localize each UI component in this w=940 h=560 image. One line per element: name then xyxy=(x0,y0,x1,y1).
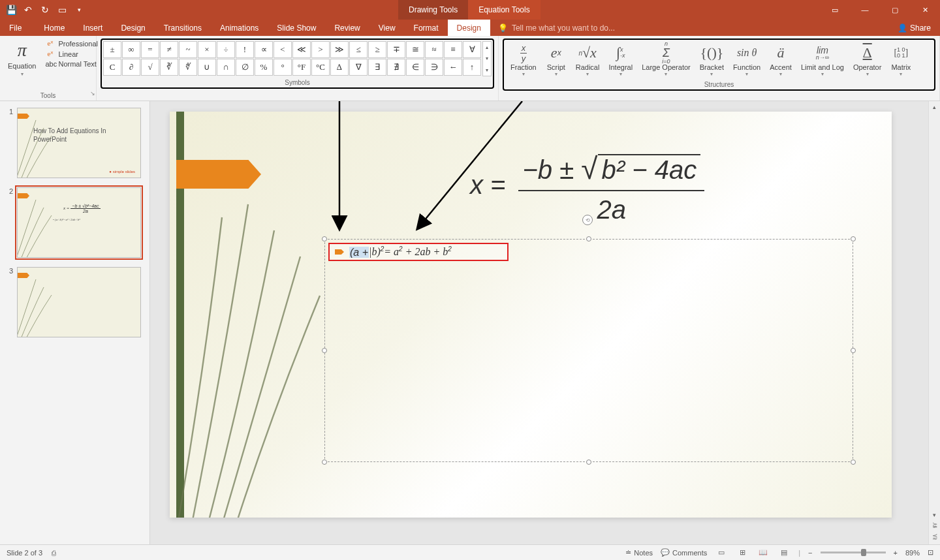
symbol-button[interactable]: ≫ xyxy=(330,41,349,58)
symbol-button[interactable]: ∀ xyxy=(463,41,481,58)
symbol-button[interactable]: ∇ xyxy=(349,59,368,76)
symbol-button[interactable]: ÷ xyxy=(217,41,235,58)
integral-button[interactable]: ∫x-x Integral ▾ xyxy=(604,41,636,78)
next-slide-icon[interactable]: ⪷ xyxy=(932,533,937,544)
symbol-button[interactable]: ! xyxy=(236,41,254,58)
matrix-button[interactable]: [1 00 1] Matrix ▾ xyxy=(886,41,915,78)
resize-handle[interactable] xyxy=(322,459,327,465)
equation-button[interactable]: π Equation ▾ xyxy=(4,39,40,78)
bracket-button[interactable]: {()} Bracket ▾ xyxy=(696,41,728,78)
zoom-percent[interactable]: 89% xyxy=(905,549,920,557)
symbol-button[interactable]: < xyxy=(274,41,292,58)
symbols-gallery-more[interactable]: ▴▾▾ xyxy=(482,41,492,76)
script-button[interactable]: ex Script ▾ xyxy=(542,41,571,78)
accent-button[interactable]: ä Accent ▾ xyxy=(766,41,796,78)
symbol-button[interactable]: = xyxy=(141,41,159,58)
symbol-button[interactable]: ← xyxy=(444,59,462,76)
symbol-button[interactable]: ≡ xyxy=(444,41,462,58)
ribbon-options-icon[interactable]: ▭ xyxy=(820,0,850,20)
minimize-button[interactable]: — xyxy=(850,0,880,20)
fit-to-window-icon[interactable]: ⊡ xyxy=(928,548,933,557)
notes-button[interactable]: ≐Notes xyxy=(625,548,653,557)
tab-review[interactable]: Review xyxy=(325,20,369,36)
symbol-button[interactable]: C xyxy=(103,59,121,76)
resize-handle[interactable] xyxy=(586,236,591,241)
start-slideshow-icon[interactable]: ▭ xyxy=(56,4,68,16)
radical-button[interactable]: n√x Radical ▾ xyxy=(572,41,604,78)
resize-handle[interactable] xyxy=(851,459,856,465)
symbol-button[interactable]: > xyxy=(311,41,330,58)
symbol-button[interactable]: ≥ xyxy=(368,41,386,58)
operator-button[interactable]: Δ Operator ▾ xyxy=(849,41,885,78)
tab-equation-design[interactable]: Design xyxy=(448,20,490,36)
normal-text-button[interactable]: abc Normal Text xyxy=(44,59,99,69)
symbol-button[interactable]: ≪ xyxy=(292,41,311,58)
symbol-button[interactable]: ∋ xyxy=(425,59,443,76)
symbol-button[interactable]: ≅ xyxy=(406,41,424,58)
symbol-button[interactable]: ≈ xyxy=(425,41,443,58)
symbol-button[interactable]: °C xyxy=(311,59,330,76)
symbol-button[interactable]: °F xyxy=(292,59,311,76)
tab-design[interactable]: Design xyxy=(112,20,154,36)
resize-handle[interactable] xyxy=(322,236,327,241)
close-button[interactable]: ✕ xyxy=(910,0,940,20)
tab-view[interactable]: View xyxy=(369,20,405,36)
save-icon[interactable]: 💾 xyxy=(5,4,17,16)
symbol-button[interactable]: ∛ xyxy=(160,59,178,76)
rotation-handle[interactable]: ⟲ xyxy=(582,215,593,225)
symbol-button[interactable]: ∆ xyxy=(330,59,349,76)
limit-log-button[interactable]: limn→∞ Limit and Log ▾ xyxy=(797,41,848,78)
redo-icon[interactable]: ↻ xyxy=(39,4,51,16)
reading-view-icon[interactable]: 📖 xyxy=(757,548,770,558)
slide-thumbnail-3[interactable] xyxy=(17,267,141,337)
normal-view-icon[interactable]: ▭ xyxy=(715,548,728,558)
slide-thumbnail-1[interactable]: How To Add Equations In PowerPoint ● sim… xyxy=(17,108,141,178)
symbol-button[interactable]: ∈ xyxy=(406,59,424,76)
symbol-button[interactable]: ≤ xyxy=(349,41,368,58)
fraction-button[interactable]: xy Fraction ▾ xyxy=(507,41,540,78)
symbol-button[interactable]: ∜ xyxy=(179,59,197,76)
binomial-equation-text[interactable]: (a +|b)2= a2 + 2ab + b2 xyxy=(349,245,452,258)
symbol-button[interactable]: ∂ xyxy=(122,59,140,76)
prev-slide-icon[interactable]: ⪶ xyxy=(932,521,937,533)
comments-button[interactable]: 💬Comments xyxy=(661,548,707,557)
tab-transitions[interactable]: Transitions xyxy=(155,20,211,36)
symbol-button[interactable]: ∓ xyxy=(387,41,405,58)
equation-textbox[interactable] xyxy=(324,239,853,462)
equation-tools-tab[interactable]: Equation Tools xyxy=(468,0,540,20)
resize-handle[interactable] xyxy=(586,459,591,465)
resize-handle[interactable] xyxy=(322,348,327,353)
zoom-out-button[interactable]: − xyxy=(808,549,812,557)
symbol-button[interactable]: ↑ xyxy=(463,59,481,76)
symbol-button[interactable]: ∝ xyxy=(255,41,273,58)
symbol-button[interactable]: × xyxy=(198,41,216,58)
tab-format[interactable]: Format xyxy=(405,20,448,36)
tab-animations[interactable]: Animations xyxy=(211,20,268,36)
symbol-button[interactable]: ± xyxy=(103,41,121,58)
slideshow-view-icon[interactable]: ▤ xyxy=(777,548,791,558)
symbol-button[interactable]: ∪ xyxy=(198,59,216,76)
symbol-button[interactable]: ∄ xyxy=(387,59,405,76)
drawing-tools-tab[interactable]: Drawing Tools xyxy=(398,0,468,20)
zoom-slider[interactable] xyxy=(821,552,886,553)
resize-handle[interactable] xyxy=(851,348,856,353)
spellcheck-icon[interactable]: ⎙ xyxy=(52,549,56,557)
tell-me-search[interactable]: 💡 Tell me what you want to do... xyxy=(498,20,615,36)
scroll-up-icon[interactable]: ▴ xyxy=(929,101,940,113)
symbol-button[interactable]: ∅ xyxy=(236,59,254,76)
tab-insert[interactable]: Insert xyxy=(74,20,112,36)
scroll-down-icon[interactable]: ▾ xyxy=(929,509,940,521)
slide-thumbnail-2[interactable]: x = −b ± √b²−4ac2a • (a+b)²=a²+2ab+b² xyxy=(17,187,141,258)
linear-button[interactable]: eˣ Linear xyxy=(44,49,99,59)
tab-file[interactable]: File xyxy=(0,20,31,36)
symbol-button[interactable]: ∩ xyxy=(217,59,235,76)
binomial-equation-highlight[interactable]: (a +|b)2= a2 + 2ab + b2 xyxy=(328,243,509,261)
slide-thumbnail-panel[interactable]: 1 How To Add Equations In PowerPoint ● s… xyxy=(0,101,150,544)
symbol-button[interactable]: ~ xyxy=(179,41,197,58)
symbol-button[interactable]: √ xyxy=(141,59,159,76)
symbol-button[interactable]: ≠ xyxy=(160,41,178,58)
slide-editor[interactable]: x = −b ± √b² − 4ac 2a ⟲ xyxy=(150,101,940,544)
professional-button[interactable]: eˣ Professional xyxy=(44,39,99,48)
slide-canvas[interactable]: x = −b ± √b² − 4ac 2a ⟲ xyxy=(170,112,892,518)
symbol-button[interactable]: ° xyxy=(274,59,292,76)
